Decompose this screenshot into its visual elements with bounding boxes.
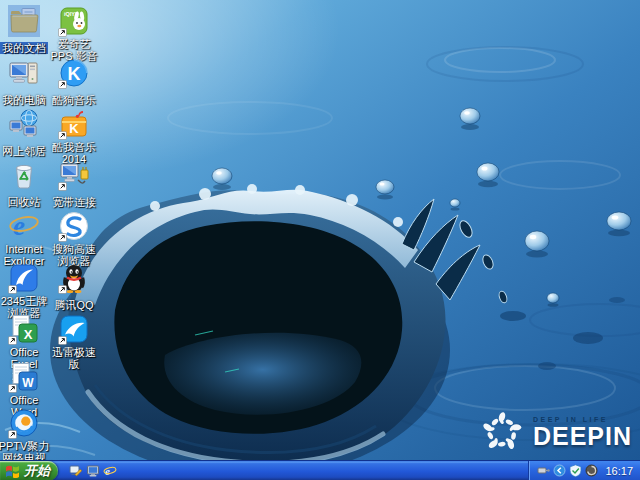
- desktop-icon-pptv[interactable]: PPTV聚力 网络电视: [0, 407, 52, 466]
- icon-label: 酷狗音乐: [50, 94, 98, 106]
- shortcut-arrow-icon: [8, 336, 17, 345]
- shortcut-arrow-icon: [8, 285, 17, 294]
- shortcut-arrow-icon: [58, 233, 67, 242]
- deepin-brand: DEEPIN: [533, 423, 632, 449]
- shortcut-arrow-icon: [58, 28, 67, 37]
- desktop-icon-sogou-browser[interactable]: 搜狗高速浏览器: [46, 210, 102, 269]
- svg-text:e: e: [105, 465, 110, 477]
- svg-text:K: K: [69, 121, 79, 136]
- remove-hardware-icon[interactable]: [537, 464, 550, 477]
- shortcut-arrow-icon: [8, 384, 17, 393]
- shortcut-arrow-icon: [58, 182, 67, 191]
- desktop-icon-my-computer[interactable]: 我的电脑: [0, 57, 52, 108]
- show-desktop-icon[interactable]: [69, 464, 83, 478]
- desktop-icon-internet-explorer[interactable]: e Internet Explorer: [0, 210, 52, 269]
- desktop-icon-qq[interactable]: 腾讯QQ: [46, 262, 102, 313]
- icon-label: 网上邻居: [0, 145, 48, 157]
- system-tray: 16:17: [528, 461, 640, 480]
- shortcut-arrow-icon: [58, 285, 67, 294]
- tray-clock[interactable]: 16:17: [605, 465, 633, 477]
- icon-label: 回收站: [6, 196, 43, 208]
- internet-explorer-quicklaunch-icon[interactable]: e: [103, 464, 117, 478]
- deepin-spiral-icon: [480, 410, 524, 454]
- svg-text:X: X: [24, 327, 33, 342]
- desktop-icon-my-documents[interactable]: 我的文档: [0, 5, 52, 56]
- desktop-icon-kugou[interactable]: K 酷狗音乐: [46, 57, 102, 108]
- start-label: 开始: [24, 462, 50, 480]
- desktop-icon-broadband[interactable]: 宽带连接: [46, 159, 102, 210]
- network-globe-icon: [8, 108, 40, 140]
- shortcut-arrow-icon: [58, 80, 67, 89]
- icon-label: 腾讯QQ: [52, 299, 95, 311]
- deepin-logo: DEEP IN LIFE DEEPIN: [480, 410, 632, 454]
- svg-text:e: e: [13, 211, 25, 241]
- desktop: DEEP IN LIFE DEEPIN 我的文档 iQIYI: [0, 0, 640, 480]
- icon-label: 宽带连接: [50, 196, 98, 208]
- start-button[interactable]: 开始: [0, 461, 58, 480]
- icon-label: 迅雷极速版: [46, 346, 102, 370]
- computer-icon: [8, 57, 40, 89]
- recycle-bin-icon: [8, 159, 40, 191]
- folder-documents-icon: [8, 5, 40, 37]
- icon-label: 我的电脑: [0, 94, 48, 106]
- desktop-icon-xunlei[interactable]: 迅雷极速版: [46, 313, 102, 372]
- desktop-icon-recycle-bin[interactable]: 回收站: [0, 159, 52, 210]
- desktop-icon-iqiyi-pps[interactable]: iQIYI 爱奇艺PPS 影音: [46, 5, 102, 64]
- hide-notifications-chevron-icon[interactable]: [553, 464, 566, 477]
- ie-e-icon: e: [8, 210, 40, 242]
- icon-label: 我的文档: [0, 42, 48, 54]
- quick-launch-bar: e: [65, 464, 121, 478]
- security-shield-icon[interactable]: [569, 464, 582, 477]
- shortcut-arrow-icon: [58, 131, 67, 140]
- desktop-icon-network-places[interactable]: 网上邻居: [0, 108, 52, 159]
- shortcut-arrow-icon: [8, 430, 17, 439]
- taskbar: 开始 e: [0, 460, 640, 480]
- svg-text:K: K: [68, 64, 81, 84]
- windows-logo-icon: [5, 463, 20, 478]
- shortcut-arrow-icon: [58, 336, 67, 345]
- svg-text:W: W: [22, 376, 34, 390]
- sogou-input-icon[interactable]: [585, 464, 598, 477]
- media-player-icon[interactable]: [86, 464, 100, 478]
